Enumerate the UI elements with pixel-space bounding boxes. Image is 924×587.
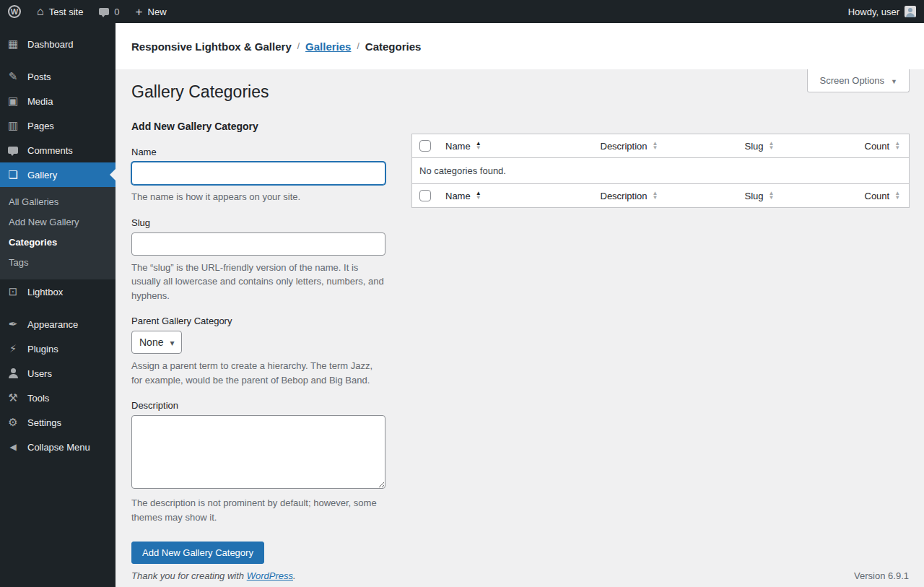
wordpress-logo-icon: [8, 5, 21, 18]
sidebar-item-gallery[interactable]: Gallery: [0, 162, 116, 187]
sidebar-item-label: Pages: [27, 121, 54, 131]
column-label: Description: [601, 191, 648, 201]
sidebar-item-posts[interactable]: Posts: [0, 64, 116, 89]
sort-arrows-icon: [894, 142, 900, 150]
sort-description-header[interactable]: Description: [601, 191, 658, 201]
admin-sidebar: Dashboard Posts Media Pages Comments Gal…: [0, 23, 116, 587]
sidebar-item-label: Gallery: [27, 170, 57, 181]
breadcrumb-current: Categories: [365, 40, 422, 53]
sidebar-item-users[interactable]: Users: [0, 361, 116, 386]
sort-arrows-icon: [769, 142, 775, 150]
new-content-link[interactable]: New: [128, 0, 175, 23]
comments-link[interactable]: 0: [91, 0, 127, 23]
howdy-label: Howdy, user: [848, 6, 899, 17]
select-all-checkbox-bottom[interactable]: [419, 190, 431, 201]
parent-category-label: Parent Gallery Category: [131, 316, 385, 326]
gallery-icon: [6, 168, 20, 181]
comments-icon: [6, 147, 20, 154]
lightbox-icon: [6, 285, 20, 298]
breadcrumb-plugin-title: Responsive Lightbox & Gallery: [131, 40, 292, 53]
dashboard-icon: [6, 38, 20, 51]
sort-name-header[interactable]: Name: [445, 191, 481, 201]
parent-category-help: Assign a parent term to create a hierarc…: [131, 359, 385, 387]
comments-count: 0: [114, 6, 119, 17]
submenu-item-add-new-gallery[interactable]: Add New Gallery: [0, 212, 116, 232]
sidebar-separator: [0, 56, 116, 64]
slug-help: The “slug” is the URL-friendly version o…: [131, 261, 385, 303]
breadcrumb: Responsive Lightbox & Gallery / Gallerie…: [116, 23, 924, 69]
parent-category-select[interactable]: None: [131, 331, 182, 354]
sidebar-item-settings[interactable]: Settings: [0, 410, 116, 435]
submenu-item-all-galleries[interactable]: All Galleries: [0, 191, 116, 212]
sidebar-item-label: Media: [27, 96, 53, 107]
form-heading: Add New Gallery Category: [131, 121, 385, 132]
table-footer-row: Name Description Slug Count: [412, 184, 910, 208]
sidebar-item-label: Lightbox: [27, 287, 63, 297]
sidebar-item-label: Appearance: [27, 319, 78, 330]
site-name-link[interactable]: Test site: [29, 0, 91, 23]
admin-footer: Thank you for creating with WordPress. V…: [131, 570, 909, 581]
table-header-row: Name Description Slug Count: [412, 134, 910, 158]
sidebar-item-plugins[interactable]: Plugins: [0, 336, 116, 361]
name-help: The name is how it appears on your site.: [131, 190, 385, 204]
sort-count-header[interactable]: Count: [865, 141, 901, 152]
wordpress-logo-button[interactable]: [0, 0, 29, 23]
breadcrumb-galleries-link[interactable]: Galleries: [305, 40, 351, 53]
select-all-checkbox[interactable]: [419, 140, 431, 152]
breadcrumb-separator: /: [297, 41, 300, 51]
sidebar-item-appearance[interactable]: Appearance: [0, 312, 116, 336]
add-category-form: Add New Gallery Category Name The name i…: [131, 113, 385, 564]
column-label: Slug: [745, 191, 764, 201]
add-category-submit-button[interactable]: Add New Gallery Category: [131, 542, 264, 564]
column-label: Count: [865, 191, 890, 201]
posts-icon: [6, 70, 20, 83]
description-label: Description: [131, 400, 385, 411]
screen-options-button[interactable]: Screen Options: [807, 69, 910, 92]
plugins-icon: [6, 342, 20, 355]
slug-input[interactable]: [131, 232, 385, 256]
parent-category-value: None: [139, 336, 163, 348]
sort-arrows-icon: [653, 142, 658, 150]
sort-name-header[interactable]: Name: [445, 141, 481, 152]
description-help: The description is not prominent by defa…: [131, 496, 385, 524]
sidebar-item-pages[interactable]: Pages: [0, 113, 116, 138]
collapse-arrow-icon: [6, 442, 20, 452]
admin-bar: Test site 0 New Howdy, user: [0, 0, 924, 23]
account-menu[interactable]: Howdy, user: [840, 0, 924, 23]
sidebar-item-lightbox[interactable]: Lightbox: [0, 279, 116, 304]
categories-table: Name Description Slug Count No categorie…: [411, 134, 910, 208]
empty-message: No categories found.: [412, 158, 910, 184]
sort-arrows-icon: [476, 142, 481, 150]
comments-bubble-icon: [99, 8, 109, 15]
collapse-menu-button[interactable]: Collapse Menu: [0, 435, 116, 459]
wordpress-link[interactable]: WordPress: [247, 570, 293, 581]
sort-arrows-icon: [894, 191, 900, 200]
sidebar-item-label: Users: [27, 368, 52, 379]
sort-arrows-icon: [769, 191, 775, 200]
home-icon: [37, 6, 44, 17]
sidebar-item-dashboard[interactable]: Dashboard: [0, 32, 116, 56]
sidebar-item-label: Dashboard: [27, 39, 74, 50]
sort-slug-header[interactable]: Slug: [745, 141, 775, 152]
sidebar-item-comments[interactable]: Comments: [0, 138, 116, 162]
settings-icon: [6, 416, 20, 429]
gallery-submenu: All Galleries Add New Gallery Categories…: [0, 187, 116, 279]
sort-description-header[interactable]: Description: [601, 141, 658, 152]
sidebar-item-tools[interactable]: Tools: [0, 386, 116, 410]
description-textarea[interactable]: [131, 415, 385, 489]
name-label: Name: [131, 147, 385, 157]
name-input[interactable]: [131, 162, 385, 185]
footer-version: Version 6.9.1: [854, 570, 909, 581]
sidebar-item-media[interactable]: Media: [0, 89, 116, 113]
column-label: Name: [445, 191, 471, 201]
submenu-item-tags[interactable]: Tags: [0, 252, 116, 272]
column-label: Count: [865, 141, 890, 152]
sidebar-item-label: Plugins: [27, 344, 58, 355]
plus-icon: [136, 6, 143, 18]
submenu-item-categories[interactable]: Categories: [0, 232, 116, 252]
sidebar-item-label: Posts: [27, 71, 51, 82]
site-name-label: Test site: [49, 6, 84, 17]
sort-slug-header[interactable]: Slug: [745, 191, 775, 201]
sort-count-header[interactable]: Count: [865, 191, 901, 201]
sidebar-separator: [0, 304, 116, 312]
